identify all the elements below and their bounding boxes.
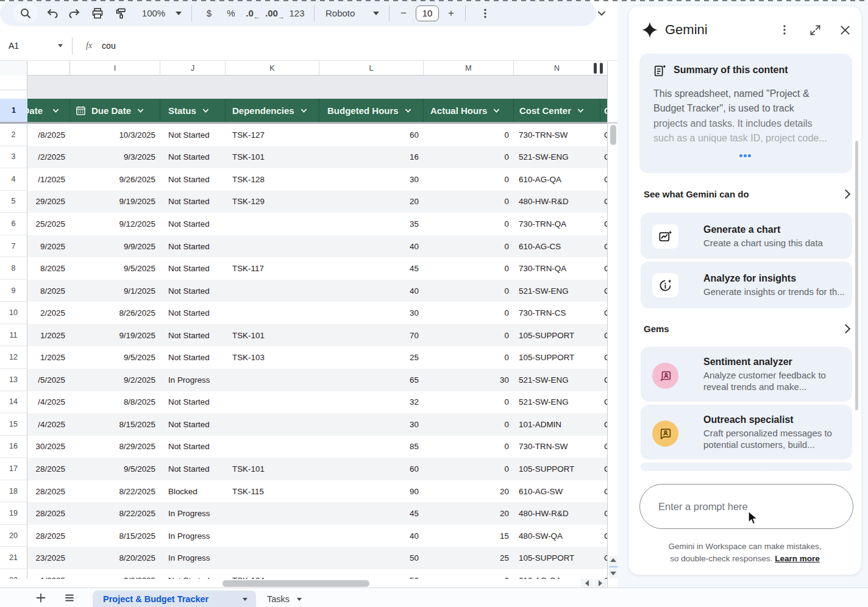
row-number[interactable]: 19 [0, 502, 27, 525]
cell-budgeted-hours[interactable]: 50 [319, 547, 424, 569]
cell-cost-center[interactable]: 480-HW-R&D [514, 502, 600, 525]
cell-status[interactable]: Not Started [160, 146, 226, 169]
cell-cost-center[interactable]: 610-AG-QA [514, 168, 600, 191]
cell-dependencies[interactable]: TSK-103 [226, 346, 319, 369]
cell-extra[interactable]: C [600, 257, 607, 280]
header-actual-hours[interactable]: Actual Hours [424, 99, 514, 122]
table-row[interactable]: 15 /4/2025 8/15/2025 Not Started 30 0 10… [0, 413, 607, 436]
cell-due-date[interactable]: 9/5/2025 [70, 257, 160, 280]
table-row[interactable]: 21 23/2025 8/20/2025 In Progress 50 25 1… [0, 547, 607, 569]
cell-start-date[interactable]: 28/2025 [27, 525, 70, 547]
cell-actual-hours[interactable]: 15 [424, 525, 514, 547]
cell-cost-center[interactable]: 730-TRN-SW [514, 436, 600, 458]
row-number[interactable]: 12 [0, 346, 27, 369]
cell-due-date[interactable]: 8/15/2025 [70, 525, 160, 547]
cell-extra[interactable]: C [600, 525, 607, 547]
cell-actual-hours[interactable]: 0 [424, 569, 514, 579]
expand-panel-icon[interactable] [808, 23, 822, 37]
row-number[interactable]: 14 [0, 391, 27, 414]
tab-project-budget-tracker[interactable]: Project & Budget Tracker [93, 591, 256, 607]
cell-budgeted-hours[interactable]: 45 [319, 502, 424, 525]
cell-dependencies[interactable] [226, 413, 319, 436]
cell-cost-center[interactable]: 521-SW-ENG [514, 369, 600, 391]
header-due-date[interactable]: Due Date [70, 99, 160, 122]
cell-budgeted-hours[interactable]: 20 [319, 191, 424, 213]
currency-format-button[interactable]: $ [198, 2, 220, 24]
header-status[interactable]: Status [160, 99, 226, 122]
increase-decimal-button[interactable]: .00→ [264, 2, 286, 24]
horizontal-scrollbar-thumb[interactable] [222, 580, 369, 587]
cell-cost-center[interactable]: 730-TRN-CS [514, 302, 600, 324]
table-row[interactable]: 14 /4/2025 8/8/2025 Not Started 32 0 521… [0, 391, 607, 414]
cell-dependencies[interactable]: TSK-129 [226, 191, 319, 213]
scroll-left-button[interactable] [581, 579, 593, 587]
vertical-scrollbar-thumb[interactable] [610, 125, 616, 145]
cell-budgeted-hours[interactable]: 40 [319, 525, 424, 547]
gems-row[interactable]: Gems [644, 324, 849, 334]
row-number[interactable]: 4 [0, 168, 27, 191]
panel-scrollbar-thumb[interactable] [855, 141, 858, 410]
cell-actual-hours[interactable]: 0 [424, 235, 514, 258]
cell-dependencies[interactable] [226, 525, 319, 547]
cell-start-date[interactable]: /4/2025 [27, 391, 70, 414]
font-size-input[interactable]: 10 [411, 2, 443, 24]
cell-status[interactable]: Not Started [160, 302, 226, 324]
tab-tasks[interactable]: Tasks [261, 591, 308, 607]
decrease-font-size-button[interactable]: − [396, 2, 411, 24]
cell-dependencies[interactable] [226, 391, 319, 414]
row-number[interactable]: 21 [0, 547, 27, 569]
more-options-icon[interactable] [478, 2, 493, 24]
row-number[interactable]: 3 [0, 146, 27, 169]
cell-extra[interactable]: C [600, 280, 607, 302]
row-number[interactable]: 8 [0, 257, 27, 280]
cell-actual-hours[interactable]: 0 [424, 146, 514, 169]
horizontal-scrollbar[interactable] [0, 579, 607, 587]
cell-budgeted-hours[interactable]: 70 [319, 324, 424, 347]
row-number[interactable]: 11 [0, 324, 27, 347]
cell-extra[interactable]: C [600, 213, 607, 235]
cell-budgeted-hours[interactable]: 16 [319, 146, 424, 169]
cell-extra[interactable]: C [600, 391, 607, 414]
cell-actual-hours[interactable]: 0 [424, 280, 514, 302]
cell-due-date[interactable]: 8/22/2025 [70, 480, 160, 503]
font-select[interactable]: Roboto [321, 2, 363, 24]
cell-start-date[interactable]: 28/2025 [27, 480, 70, 503]
row-number[interactable]: 16 [0, 436, 27, 458]
table-row[interactable]: 17 28/2025 9/5/2025 Not Started TSK-101 … [0, 458, 607, 480]
cell-actual-hours[interactable]: 0 [424, 191, 514, 213]
resize-bar-icon[interactable] [594, 63, 597, 74]
cell-start-date[interactable]: 30/2025 [27, 436, 70, 458]
table-row[interactable]: 6 25/2025 9/12/2025 Not Started 35 0 730… [0, 213, 607, 235]
cell-cost-center[interactable]: 610-AG-CS [514, 235, 600, 258]
cell-actual-hours[interactable]: 0 [424, 458, 514, 480]
cell-due-date[interactable]: 10/3/2025 [70, 124, 160, 146]
cell-start-date[interactable]: 25/2025 [27, 213, 70, 235]
cell-due-date[interactable]: 9/26/2025 [70, 168, 160, 191]
close-panel-icon[interactable] [838, 23, 852, 37]
table-row[interactable]: 5 29/2025 9/19/2025 Not Started TSK-129 … [0, 191, 607, 213]
table-row[interactable]: 22 1/2025 9/2/2025 Not Started TSK-104 5… [0, 569, 607, 579]
header-extra[interactable]: C [600, 99, 607, 122]
cell-extra[interactable]: C [600, 569, 607, 579]
undo-icon[interactable] [41, 2, 63, 24]
cell-dependencies[interactable]: TSK-128 [226, 168, 319, 191]
table-row[interactable]: 7 9/2025 9/9/2025 Not Started 40 0 610-A… [0, 235, 607, 258]
table-row[interactable]: 2 /8/2025 10/3/2025 Not Started TSK-127 … [0, 124, 607, 146]
header-budgeted-hours[interactable]: Budgeted Hours [319, 99, 424, 122]
cell-start-date[interactable]: 8/2025 [27, 257, 70, 280]
cell-extra[interactable]: C [600, 502, 607, 525]
analyze-insights-card[interactable]: Analyze for insights Generate insights o… [641, 261, 852, 308]
vertical-scrollbar[interactable] [607, 61, 617, 587]
cell-start-date[interactable]: /1/2025 [27, 168, 70, 191]
cell-cost-center[interactable]: 730-TRN-SW [514, 124, 600, 146]
generate-chart-card[interactable]: Generate a chart Create a chart using th… [641, 213, 852, 259]
cell-status[interactable]: Not Started [160, 213, 226, 235]
cell-start-date[interactable]: 1/2025 [27, 324, 70, 347]
table-row[interactable]: 4 /1/2025 9/26/2025 Not Started TSK-128 … [0, 168, 607, 191]
cell-due-date[interactable]: 8/8/2025 [70, 391, 160, 414]
cell-extra[interactable]: C [600, 458, 607, 480]
cell-actual-hours[interactable]: 0 [424, 436, 514, 458]
cell-start-date[interactable]: /4/2025 [27, 413, 70, 436]
cell-budgeted-hours[interactable]: 60 [319, 458, 424, 480]
cell-dependencies[interactable] [226, 302, 319, 324]
